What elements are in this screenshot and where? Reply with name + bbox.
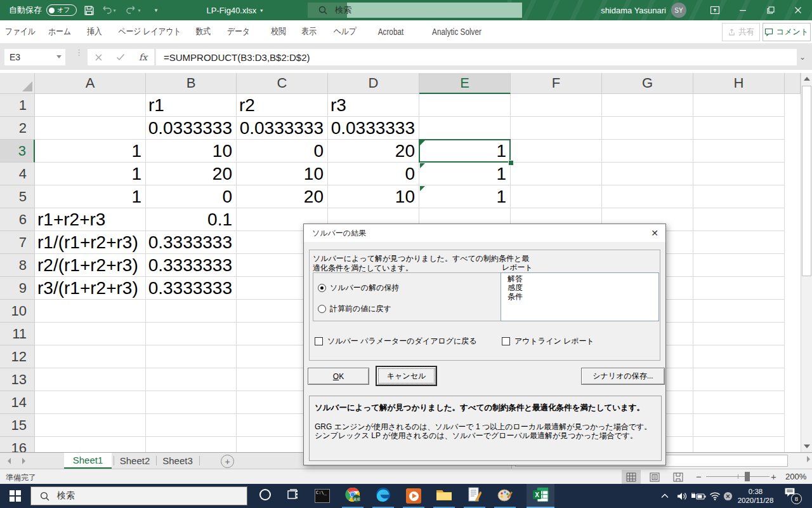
cell-A9[interactable]: r3/(r1+r2+r3) <box>35 277 146 300</box>
taskbar-app-media-player[interactable] <box>400 484 428 508</box>
checkbox-icon[interactable] <box>315 337 323 345</box>
user-name[interactable]: shidama Yasunari <box>601 0 666 20</box>
column-header-G[interactable]: G <box>602 73 693 94</box>
formula-input[interactable]: =SUMPRODUCT(B3:D3,B$2:D$2) <box>156 49 797 65</box>
ribbon-tab-ヘルプ[interactable]: ヘルプ <box>332 20 359 43</box>
column-header-B[interactable]: B <box>146 73 237 94</box>
row-header-7[interactable]: 7 <box>0 231 35 254</box>
report-item-limits[interactable]: 条件 <box>508 292 658 301</box>
cell-C5[interactable]: 20 <box>237 185 328 208</box>
titlebar-search-box[interactable]: 検索 <box>308 3 522 18</box>
taskbar-app-excel[interactable]: X <box>527 484 554 508</box>
cell-B8[interactable]: 0.3333333 <box>146 254 237 277</box>
taskbar-search-box[interactable]: 検索 <box>30 486 247 505</box>
taskbar-app-file-explorer[interactable] <box>430 484 458 508</box>
cell-E5[interactable]: 1 <box>419 185 511 208</box>
cell-D5[interactable]: 10 <box>328 185 419 208</box>
cell-B7[interactable]: 0.3333333 <box>146 231 237 254</box>
ribbon-tab-校閲[interactable]: 校閲 <box>270 20 287 43</box>
vertical-scrollbar[interactable] <box>801 73 812 452</box>
sheet-tab-sheet1[interactable]: Sheet1 <box>64 453 112 469</box>
dialog-title-bar[interactable]: ソルバーの結果 <box>304 224 665 242</box>
row-header-6[interactable]: 6 <box>0 208 35 231</box>
cell-A5[interactable]: 1 <box>35 185 146 208</box>
ribbon-tab-ページ-レイアウト[interactable]: ページ レイアウト <box>112 20 187 43</box>
quick-access-more-button[interactable]: ▾ <box>148 0 164 20</box>
cell-C3[interactable]: 0 <box>237 140 328 163</box>
column-header-D[interactable]: D <box>328 73 419 94</box>
cell-A3[interactable]: 1 <box>35 140 146 163</box>
sheet-nav-right-icon[interactable] <box>22 458 25 464</box>
scroll-right-button[interactable] <box>807 456 810 462</box>
tray-expand-icon[interactable] <box>657 484 672 508</box>
save-scenario-button[interactable]: シナリオの保存... <box>581 368 665 385</box>
maximize-button[interactable] <box>757 0 785 20</box>
share-button[interactable]: 共有 <box>722 23 760 41</box>
cell-B5[interactable]: 0 <box>146 185 237 208</box>
cancel-button[interactable]: キャンセル <box>376 366 437 386</box>
cancel-entry-icon[interactable] <box>95 53 103 62</box>
row-header-12[interactable]: 12 <box>0 345 35 368</box>
taskbar-app-cortana[interactable] <box>251 484 279 508</box>
ribbon-tab-表示[interactable]: 表示 <box>300 20 318 43</box>
zoom-in-button[interactable]: + <box>771 471 776 482</box>
taskbar-app-notepad[interactable] <box>461 484 488 508</box>
cell-B3[interactable]: 10 <box>146 140 237 163</box>
ribbon-tab-数式[interactable]: 数式 <box>194 20 212 43</box>
zoom-out-button[interactable]: − <box>696 471 702 482</box>
undo-button[interactable]: ▾ <box>98 0 119 20</box>
cell-A8[interactable]: r2/(r1+r2+r3) <box>35 254 146 277</box>
cell-D3[interactable]: 20 <box>328 140 419 163</box>
taskbar-app-paint[interactable] <box>491 484 519 508</box>
autosave-switch-icon[interactable]: オフ <box>46 4 77 16</box>
row-header-1[interactable]: 1 <box>0 94 35 117</box>
row-header-9[interactable]: 9 <box>0 277 35 300</box>
cell-D1[interactable]: r3 <box>328 94 419 117</box>
radio-selected-icon[interactable] <box>318 284 326 292</box>
cell-B6[interactable]: 0.1 <box>146 208 237 231</box>
sheet-tab-sheet3[interactable]: Sheet3 <box>157 453 199 469</box>
document-title[interactable]: LP-Fig40.xlsx ▾ <box>190 0 279 20</box>
column-header-E[interactable]: E <box>419 73 511 94</box>
page-layout-view-button[interactable] <box>645 470 664 484</box>
cell-D2[interactable]: 0.0333333 <box>328 117 419 140</box>
taskbar-app-chrome[interactable]: 康成 <box>339 484 367 508</box>
column-header-C[interactable]: C <box>237 73 328 94</box>
row-header-10[interactable]: 10 <box>0 300 35 323</box>
cell-C4[interactable]: 10 <box>237 163 328 185</box>
column-header-H[interactable]: H <box>693 73 785 94</box>
radio-unselected-icon[interactable] <box>318 305 326 313</box>
column-header-F[interactable]: F <box>511 73 602 94</box>
checkbox-icon[interactable] <box>502 337 510 345</box>
outline-report-checkbox[interactable]: アウトライン レポート <box>502 336 594 347</box>
row-header-13[interactable]: 13 <box>0 368 35 391</box>
selected-cell-outline[interactable] <box>419 139 511 163</box>
select-all-corner[interactable] <box>0 73 35 94</box>
row-header-8[interactable]: 8 <box>0 254 35 277</box>
cell-D4[interactable]: 0 <box>328 163 419 185</box>
namebox-dropdown-icon[interactable] <box>56 55 62 58</box>
ribbon-tab-acrobat[interactable]: Acrobat <box>376 20 406 43</box>
sheet-tab-sheet2[interactable]: Sheet2 <box>114 453 155 469</box>
report-item-answer[interactable]: 解答 <box>508 274 658 283</box>
dialog-close-button[interactable]: ✕ <box>645 225 665 241</box>
taskbar-app-terminal[interactable]: C:\_ <box>308 484 336 508</box>
return-to-dialog-checkbox[interactable]: ソルバー パラメーターのダイアログに戻る <box>315 336 477 347</box>
volume-icon[interactable] <box>674 484 690 508</box>
sheet-nav-left-icon[interactable] <box>8 458 11 464</box>
insert-function-icon[interactable]: fx <box>139 52 147 62</box>
row-header-4[interactable]: 4 <box>0 163 35 185</box>
confirm-entry-icon[interactable] <box>116 53 125 61</box>
minimize-button[interactable] <box>729 0 757 20</box>
cell-C2[interactable]: 0.0333333 <box>237 117 328 140</box>
cell-B1[interactable]: r1 <box>146 94 237 117</box>
cell-B2[interactable]: 0.0333333 <box>146 117 237 140</box>
battery-icon[interactable] <box>690 484 707 508</box>
redo-button[interactable]: ▾ <box>123 0 143 20</box>
cell-A7[interactable]: r1/(r1+r2+r3) <box>35 231 146 254</box>
zoom-level[interactable]: 200% <box>785 472 806 481</box>
close-button[interactable] <box>784 0 812 20</box>
name-box[interactable]: E3 <box>4 49 65 65</box>
row-header-15[interactable]: 15 <box>0 414 35 437</box>
cell-A4[interactable]: 1 <box>35 163 146 185</box>
